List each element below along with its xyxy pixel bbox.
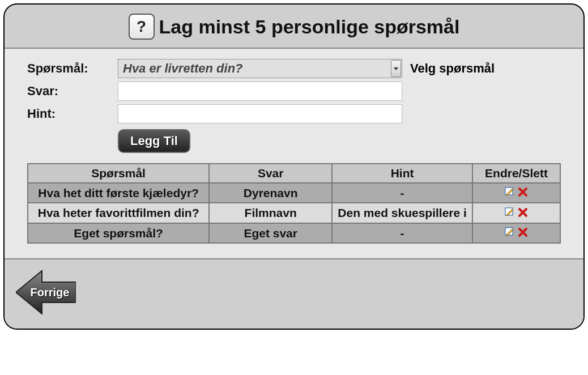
back-button[interactable]: Forrige: [16, 270, 76, 315]
delete-icon: [518, 207, 528, 218]
delete-button[interactable]: [518, 186, 528, 200]
row-hint: Hint:: [27, 104, 561, 123]
th-question: Spørsmål: [28, 164, 209, 183]
edit-icon: [505, 227, 515, 237]
answer-input[interactable]: [118, 82, 402, 101]
label-hint: Hint:: [27, 106, 118, 121]
main-panel: ? Lag minst 5 personlige spørsmål Spørsm…: [3, 3, 585, 330]
add-button[interactable]: Legg Til: [118, 129, 190, 153]
questions-table: Spørsmål Svar Hint Endre/Slett Hva het d…: [27, 163, 561, 244]
hint-input[interactable]: [118, 104, 402, 123]
label-question: Spørsmål:: [27, 61, 118, 76]
edit-button[interactable]: [505, 227, 515, 240]
cell-actions: [472, 203, 560, 223]
header: ? Lag minst 5 personlige spørsmål: [5, 5, 583, 49]
question-mark-icon: ?: [137, 18, 146, 36]
cell-actions: [472, 183, 560, 203]
label-choose-question: Velg spørsmål: [410, 61, 495, 76]
question-select-wrap: [118, 59, 402, 78]
cell-hint: -: [332, 183, 472, 203]
edit-icon: [505, 207, 515, 218]
table-row: Hva het ditt første kjæledyr?Dyrenavn-: [28, 183, 560, 203]
page-title: Lag minst 5 personlige spørsmål: [159, 16, 460, 38]
row-question: Spørsmål: Velg spørsmål: [27, 59, 561, 78]
th-answer: Svar: [209, 164, 332, 183]
delete-button[interactable]: [518, 207, 528, 220]
cell-question: Hva het ditt første kjæledyr?: [28, 183, 209, 203]
delete-icon: [518, 187, 528, 197]
cell-answer: Dyrenavn: [209, 183, 332, 203]
cell-hint: -: [332, 223, 472, 243]
th-hint: Hint: [332, 164, 472, 183]
th-edit-delete: Endre/Slett: [472, 164, 560, 183]
footer: Forrige: [5, 259, 583, 329]
back-button-label: Forrige: [31, 286, 70, 299]
cell-answer: Filmnavn: [209, 203, 332, 223]
table-row: Hva heter favorittfilmen din?FilmnavnDen…: [28, 203, 560, 223]
cell-answer: Eget svar: [209, 223, 332, 243]
help-button[interactable]: ?: [129, 14, 155, 40]
label-answer: Svar:: [27, 84, 118, 99]
edit-button[interactable]: [505, 207, 515, 220]
cell-actions: [472, 223, 560, 243]
table-header-row: Spørsmål Svar Hint Endre/Slett: [28, 164, 560, 183]
cell-question: Eget spørsmål?: [28, 223, 209, 243]
edit-icon: [505, 187, 515, 197]
table-row: Eget spørsmål?Eget svar-: [28, 223, 560, 243]
question-select[interactable]: [118, 59, 402, 78]
delete-button[interactable]: [518, 227, 528, 240]
row-answer: Svar:: [27, 82, 561, 101]
form-area: Spørsmål: Velg spørsmål Svar: Hint: Legg…: [5, 49, 583, 259]
delete-icon: [518, 227, 528, 237]
cell-question: Hva heter favorittfilmen din?: [28, 203, 209, 223]
edit-button[interactable]: [505, 186, 515, 200]
cell-hint: Den med skuespillere i: [332, 203, 472, 223]
